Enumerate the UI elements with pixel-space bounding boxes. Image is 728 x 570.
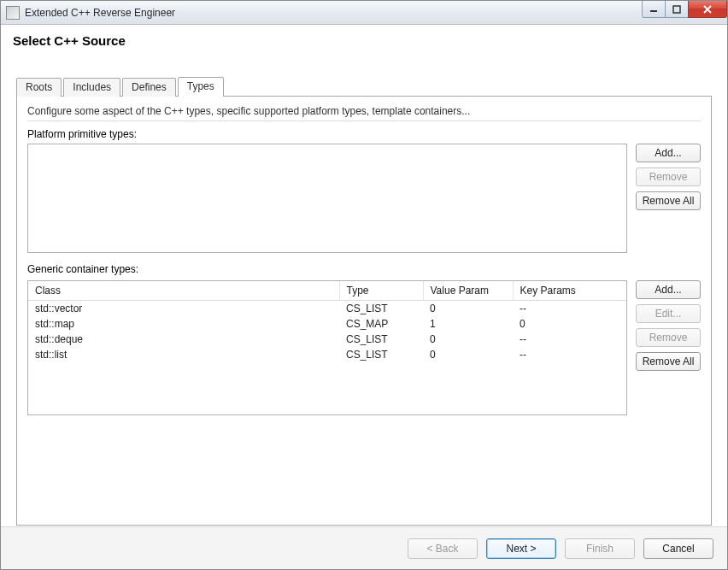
cell-value_param: 0	[423, 301, 513, 317]
minimize-button[interactable]	[642, 1, 666, 18]
generic-types-row: Class Type Value Param Key Params std::v…	[27, 280, 701, 415]
tab-panel-types: Configure some aspect of the C++ types, …	[16, 96, 712, 526]
col-key-params[interactable]: Key Params	[513, 281, 626, 301]
table-row[interactable]: std::vectorCS_LIST0--	[28, 301, 626, 317]
col-type[interactable]: Type	[339, 281, 423, 301]
generic-add-button[interactable]: Add...	[636, 280, 701, 299]
platform-add-button[interactable]: Add...	[636, 144, 701, 162]
window-title: Extended C++ Reverse Engineer	[25, 7, 175, 19]
table-row[interactable]: std::dequeCS_LIST0--	[28, 332, 626, 347]
titlebar: Extended C++ Reverse Engineer	[1, 1, 727, 25]
app-icon	[6, 6, 20, 20]
generic-types-table[interactable]: Class Type Value Param Key Params std::v…	[27, 280, 627, 415]
generic-remove-button: Remove	[636, 328, 701, 347]
table-fill	[28, 362, 626, 414]
cell-value_param: 0	[423, 332, 513, 347]
wizard-header: Select C++ Source	[1, 25, 727, 66]
cell-class: std::vector	[28, 301, 339, 317]
generic-types-buttons: Add... Edit... Remove Remove All	[636, 280, 701, 371]
work-area: Roots Includes Defines Types Configure s…	[1, 76, 727, 526]
minimize-icon	[649, 5, 658, 14]
col-class[interactable]: Class	[28, 281, 339, 301]
close-icon	[702, 5, 713, 14]
cell-type: CS_LIST	[339, 332, 423, 347]
svg-rect-1	[673, 6, 680, 13]
cell-type: CS_MAP	[339, 316, 423, 332]
tab-defines[interactable]: Defines	[122, 78, 176, 97]
col-value-param[interactable]: Value Param	[423, 281, 513, 301]
maximize-icon	[672, 5, 681, 14]
generic-table: Class Type Value Param Key Params std::v…	[28, 281, 626, 362]
wizard-footer: < Back Next > Finish Cancel	[1, 526, 727, 569]
cell-class: std::list	[28, 347, 339, 362]
tab-includes[interactable]: Includes	[63, 78, 120, 97]
cell-class: std::map	[28, 316, 339, 332]
cell-value_param: 0	[423, 347, 513, 362]
back-button: < Back	[408, 538, 478, 559]
cell-value_param: 1	[423, 316, 513, 332]
tabstrip: Roots Includes Defines Types	[16, 76, 712, 96]
tab-label: Includes	[73, 81, 111, 93]
next-button[interactable]: Next >	[486, 538, 556, 559]
tab-roots[interactable]: Roots	[16, 78, 62, 97]
table-row[interactable]: std::listCS_LIST0--	[28, 347, 626, 362]
tab-types[interactable]: Types	[178, 77, 224, 97]
table-header-row: Class Type Value Param Key Params	[28, 281, 626, 301]
tab-label: Types	[187, 80, 214, 92]
finish-button: Finish	[565, 538, 635, 559]
table-row[interactable]: std::mapCS_MAP10	[28, 316, 626, 332]
platform-types-buttons: Add... Remove Remove All	[636, 144, 701, 210]
divider	[27, 120, 701, 121]
window-buttons	[643, 1, 727, 18]
intro-text: Configure some aspect of the C++ types, …	[27, 105, 701, 117]
cell-type: CS_LIST	[339, 347, 423, 362]
generic-types-label: Generic container types:	[27, 263, 701, 275]
platform-types-row: Add... Remove Remove All	[27, 144, 701, 253]
cancel-button[interactable]: Cancel	[643, 538, 713, 559]
tab-label: Roots	[26, 81, 52, 93]
tab-label: Defines	[132, 81, 167, 93]
close-button[interactable]	[688, 1, 727, 18]
generic-remove-all-button[interactable]: Remove All	[636, 352, 701, 371]
cell-key_params: --	[513, 301, 626, 317]
platform-remove-button: Remove	[636, 167, 701, 186]
platform-types-list[interactable]	[27, 144, 627, 253]
maximize-button[interactable]	[665, 1, 689, 18]
cell-class: std::deque	[28, 332, 339, 347]
cell-key_params: --	[513, 332, 626, 347]
cell-key_params: --	[513, 347, 626, 362]
platform-remove-all-button[interactable]: Remove All	[636, 191, 701, 210]
platform-types-label: Platform primitive types:	[27, 128, 701, 140]
page-title: Select C++ Source	[13, 33, 715, 48]
cell-type: CS_LIST	[339, 301, 423, 317]
generic-edit-button: Edit...	[636, 304, 701, 323]
cell-key_params: 0	[513, 316, 626, 332]
